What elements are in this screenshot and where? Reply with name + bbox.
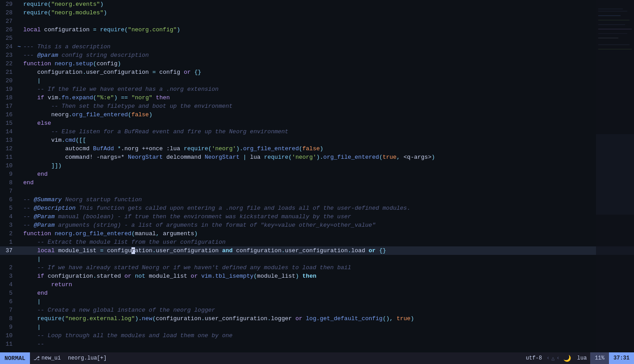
branch-info: ⎇ new_ui (30, 355, 64, 362)
code-line: 17 -- Then set the filetype and boot up … (0, 102, 634, 110)
code-line: 28 require("neorg.modules") (0, 8, 634, 17)
code-line: 5 -- @Description This function gets cal… (0, 204, 634, 212)
code-line: 11 -- (0, 340, 634, 348)
code-line: 2 -- If we have already started Neorg or… (0, 263, 634, 272)
code-line: 29 require("neorg.events") (0, 0, 634, 8)
code-line: 7 (0, 187, 634, 195)
code-line: 19 -- If the file we have entered has a … (0, 85, 634, 93)
mode-indicator: NORMAL (0, 352, 30, 364)
code-line: 14 -- Else listen for a BufRead event an… (0, 127, 634, 136)
code-line: 15 else (0, 119, 634, 127)
code-line: 3 if configuration.started or not module… (0, 272, 634, 280)
code-line: 26 local configuration = require("neorg.… (0, 25, 634, 34)
code-line: 2 function neorg.org_file_entered(manual… (0, 229, 634, 238)
branch-name: new_ui (42, 355, 61, 361)
code-line: 4 -- @Param manual (boolean) - if true t… (0, 212, 634, 221)
code-line: 25 (0, 34, 634, 42)
filetype: lua (574, 355, 591, 361)
code-line: 21 configuration.user_configuration = co… (0, 68, 634, 76)
code-line: 10 -- Loop through all the modules and l… (0, 331, 634, 340)
code-line: 4 return (0, 280, 634, 289)
encoding: utf-8 (522, 355, 545, 361)
cursor-position: 37:31 (609, 352, 634, 364)
code-line: 3 -- @Param arguments (string) - a list … (0, 221, 634, 229)
code-lines: 29 require("neorg.events") 28 require("n… (0, 0, 634, 352)
code-line: 8 require("neorg.external.log").new(conf… (0, 314, 634, 323)
code-editor: 29 require("neorg.events") 28 require("n… (0, 0, 634, 352)
code-line: 13 vim.cmd([[ (0, 136, 634, 144)
code-line: 7 -- Create a new global instance of the… (0, 306, 634, 314)
code-line: 9 end (0, 170, 634, 178)
code-line: 9 | (0, 323, 634, 331)
filename: neorg.lua[+] (64, 355, 110, 361)
branch-icon: ⎇ (34, 355, 40, 362)
code-line: 11 command! -nargs=* NeorgStart delcomma… (0, 153, 634, 161)
code-line: 22 function neorg.setup(config) (0, 59, 634, 68)
code-line: 6 -- @Summary Neorg startup function (0, 195, 634, 204)
code-line: 27 (0, 17, 634, 25)
status-bar: NORMAL ⎇ new_ui neorg.lua[+] utf-8 ‹ △ ‹… (0, 352, 634, 364)
code-line-current: 37 local module_list = configuration.use… (0, 246, 634, 255)
code-line: 8 end (0, 178, 634, 187)
code-line: 12 autocmd BufAdd *.norg ++once :lua req… (0, 144, 634, 153)
code-line: 5 end (0, 289, 634, 297)
code-line: 16 neorg.org_file_entered(false) (0, 110, 634, 119)
code-line: 1 -- Extract the module list from the us… (0, 238, 634, 246)
code-line: 24 ~ --- This is a description (0, 42, 634, 51)
code-line: 10 ]]) (0, 161, 634, 170)
code-line: 20 | (0, 76, 634, 85)
code-line: | (0, 255, 634, 263)
code-line: 18 if vim.fn.expand("%:e") == "norg" the… (0, 93, 634, 102)
filetype-icon: 🌙 (561, 355, 574, 362)
status-right: utf-8 ‹ △ ‹ 🌙 lua 11% 37:31 (522, 352, 634, 364)
code-line: 6 | (0, 297, 634, 306)
code-line: 23 --- @param config string description (0, 51, 634, 59)
scroll-percent: 11% (590, 352, 609, 364)
